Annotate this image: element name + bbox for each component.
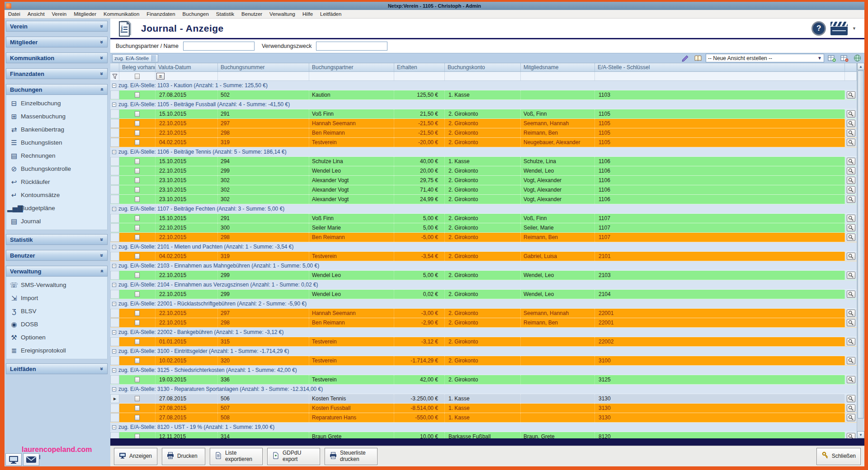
details-magnifier-button[interactable]: [847, 234, 855, 241]
details-magnifier-button[interactable]: [847, 120, 855, 127]
sidebar-item-bankenuebertrag[interactable]: ⇄Bankenübertrag: [7, 123, 107, 136]
button-anzeigen[interactable]: Anzeigen: [114, 448, 157, 465]
table-row[interactable]: 15.10.2015294Schulze Lina40,00 €1. Kasse…: [110, 157, 857, 166]
beleg-checkbox[interactable]: [135, 197, 140, 202]
sidebar-item-rechnungen[interactable]: ▤Rechnungen: [7, 149, 107, 162]
sidebar-section-leitfaeden[interactable]: Leitfäden»: [6, 363, 108, 374]
menu-item-datei[interactable]: Datei: [5, 10, 24, 18]
menu-item-benutzer[interactable]: Benutzer: [238, 10, 266, 18]
sidebar-item-budgetplaene[interactable]: ▂▅▇Budgetpläne: [7, 202, 107, 215]
row-selector[interactable]: ▶: [110, 394, 119, 403]
row-selector[interactable]: [110, 404, 119, 413]
group-row[interactable]: −zug. E/A-Stelle: 2104 - Einnahmen aus V…: [110, 280, 857, 290]
collapse-icon[interactable]: −: [112, 84, 116, 88]
table-remove-icon[interactable]: [840, 54, 849, 62]
menu-item-finanzdaten[interactable]: Finanzdaten: [143, 10, 179, 18]
row-selector[interactable]: [110, 356, 119, 365]
beleg-checkbox[interactable]: [135, 320, 140, 325]
sidebar-item-blsv[interactable]: ƷBLSV: [7, 305, 107, 318]
beleg-checkbox[interactable]: [135, 178, 140, 183]
menu-item-verein[interactable]: Verein: [48, 10, 71, 18]
details-magnifier-button[interactable]: [847, 91, 855, 99]
group-row[interactable]: −zug. E/A-Stelle: 1106 - Beiträge Tennis…: [110, 147, 857, 157]
sidebar-section-finanzdaten[interactable]: Finanzdaten»: [6, 68, 108, 79]
row-selector[interactable]: [110, 119, 119, 128]
group-row[interactable]: −zug. E/A-Stelle: 3130 - Reparaturen Spo…: [110, 385, 857, 394]
equals-operator-button[interactable]: =: [156, 73, 165, 80]
row-selector[interactable]: [110, 413, 119, 422]
details-magnifier-button[interactable]: [847, 404, 855, 412]
details-magnifier-button[interactable]: [847, 167, 855, 174]
table-row[interactable]: 27.08.2015507Kosten Fussball-8.514,00 €1…: [110, 404, 857, 413]
menu-item-leitfaeden[interactable]: Leitfäden: [316, 10, 345, 18]
button-steuerliste-drucken[interactable]: Steuerliste drucken: [325, 448, 377, 465]
details-magnifier-button[interactable]: [847, 224, 855, 231]
table-row[interactable]: 15.10.2015291Voß Finn5,00 €2. GirokontoV…: [110, 214, 857, 223]
details-magnifier-button[interactable]: [847, 196, 855, 203]
filter-cell[interactable]: [218, 72, 309, 80]
scroll-up-arrow[interactable]: ▲: [857, 63, 864, 70]
row-selector[interactable]: [110, 128, 119, 137]
group-row[interactable]: −zug. E/A-Stelle: 2103 - Einnahmen aus M…: [110, 261, 857, 271]
purple-book-icon[interactable]: [680, 54, 690, 62]
row-selector[interactable]: [110, 90, 119, 99]
table-row[interactable]: 22.10.2015299Wendel Leo5,00 €2. Girokont…: [110, 271, 857, 280]
details-magnifier-button[interactable]: [847, 110, 855, 118]
table-row[interactable]: 10.02.2015320Testverein-1.714,29 €2. Gir…: [110, 356, 857, 366]
details-magnifier-button[interactable]: [847, 253, 855, 260]
beleg-checkbox[interactable]: [135, 225, 140, 230]
details-magnifier-button[interactable]: [847, 139, 855, 146]
beleg-checkbox[interactable]: [135, 254, 140, 259]
view-select[interactable]: -- Neue Ansicht erstellen -- ▼: [706, 54, 824, 62]
details-magnifier-button[interactable]: [847, 319, 855, 326]
column-header-valuta-datum[interactable]: Valuta-Datum: [156, 63, 218, 71]
group-row[interactable]: −zug. E/A-Stelle: 2101 - Mieten und Pach…: [110, 242, 857, 252]
collapse-icon[interactable]: −: [112, 150, 116, 154]
menu-item-verwaltung[interactable]: Verwaltung: [266, 10, 299, 18]
buchungspartner-input[interactable]: [183, 42, 255, 51]
filter-cell[interactable]: [595, 72, 845, 80]
beleg-checkbox[interactable]: [135, 130, 140, 136]
beleg-checkbox[interactable]: [135, 310, 140, 316]
verwendungszweck-input[interactable]: [316, 42, 387, 51]
menu-item-statistik[interactable]: Statistik: [212, 10, 238, 18]
details-magnifier-button[interactable]: [847, 158, 855, 165]
sidebar-item-sms-verwaltung[interactable]: ☏SMS-Verwaltung: [7, 278, 107, 291]
beleg-checkbox[interactable]: [135, 187, 140, 193]
beleg-checkbox[interactable]: [135, 358, 140, 363]
beleg-checkbox[interactable]: [135, 377, 140, 382]
collapse-icon[interactable]: −: [112, 425, 116, 429]
button-schliessen[interactable]: Schließen: [816, 448, 861, 465]
button-drucken[interactable]: Drucken: [162, 448, 205, 465]
collapse-icon[interactable]: −: [112, 302, 116, 306]
filter-beleg-checkbox[interactable]: [135, 74, 140, 79]
row-selector[interactable]: [110, 166, 119, 175]
filter-funnel-icon[interactable]: [112, 74, 118, 79]
vertical-scrollbar[interactable]: ▲ ▼: [857, 63, 864, 438]
table-row[interactable]: 22.10.2015298Ben Reimann-21,50 €2. Girok…: [110, 128, 857, 138]
table-row[interactable]: 22.10.2015297Hannah Seemann-3,00 €2. Gir…: [110, 309, 857, 318]
sidebar-section-buchungen[interactable]: Buchungen»: [6, 84, 108, 95]
group-chip-ea-stelle[interactable]: zug. E/A-Stelle: [112, 54, 158, 62]
beleg-checkbox[interactable]: [135, 396, 140, 401]
menu-item-hilfe[interactable]: Hilfe: [299, 10, 316, 18]
details-magnifier-button[interactable]: [847, 376, 855, 383]
row-selector[interactable]: [110, 337, 119, 346]
sidebar-item-ereignisprotokoll[interactable]: ≣Ereignisprotokoll: [7, 344, 107, 357]
menu-item-kommunikation[interactable]: Kommunikation: [100, 10, 143, 18]
row-selector[interactable]: [110, 233, 119, 242]
table-row[interactable]: 23.10.2015302Alexander Vogt24,99 €2. Gir…: [110, 195, 857, 204]
collapse-icon[interactable]: −: [112, 103, 116, 107]
collapse-icon[interactable]: −: [112, 207, 116, 211]
open-book-icon[interactable]: [693, 54, 703, 62]
filter-cell[interactable]: [521, 72, 595, 80]
menu-item-buchungen[interactable]: Buchungen: [179, 10, 212, 18]
button-liste-exportieren[interactable]: Liste exportieren: [210, 448, 263, 465]
beleg-checkbox[interactable]: [135, 121, 140, 126]
beleg-checkbox[interactable]: [135, 339, 140, 344]
sidebar-section-statistik[interactable]: Statistik»: [6, 234, 108, 245]
collapse-icon[interactable]: −: [112, 349, 116, 353]
table-row[interactable]: 04.02.2015319Testverein-20,00 €2. Giroko…: [110, 138, 857, 147]
table-row[interactable]: 22.10.2015297Hannah Seemann-21,50 €2. Gi…: [110, 119, 857, 128]
filter-cell[interactable]: [445, 72, 521, 80]
